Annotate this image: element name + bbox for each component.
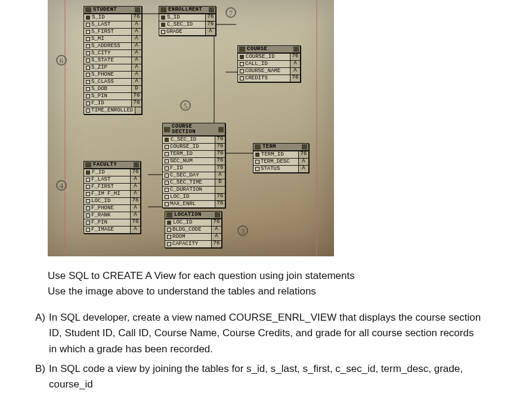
table-field: COURSE_ID76	[238, 53, 300, 60]
field-name: S_CLASS	[91, 79, 114, 85]
table-field: CAPACITY76	[165, 240, 221, 247]
field-name: F_PIN	[91, 220, 107, 225]
field-type: 76	[215, 165, 225, 172]
field-type: A	[212, 234, 221, 240]
checkbox-icon	[240, 62, 244, 66]
key-icon	[255, 153, 259, 157]
checkbox-icon	[86, 108, 90, 113]
checkbox-icon	[240, 69, 244, 73]
key-icon	[240, 55, 244, 59]
field-name: F_LAST	[91, 177, 110, 182]
checkbox-icon	[167, 235, 171, 239]
field-type: A	[131, 227, 140, 233]
table-field: F_IM F_MIA	[84, 190, 140, 197]
table-field: C_SEC_TIMED	[163, 179, 225, 186]
table-field: COURSE_NAMEA	[238, 67, 300, 75]
checkbox-icon	[86, 206, 90, 210]
checkbox-icon	[86, 213, 90, 218]
checkbox-icon	[86, 178, 90, 182]
table-field: C_DURATION	[163, 186, 225, 193]
field-name: S_LAST	[91, 22, 110, 27]
field-name: COURSE_NAME	[245, 69, 280, 74]
field-type: A	[132, 72, 141, 78]
checkbox-icon	[86, 94, 90, 98]
field-type	[135, 107, 141, 114]
checkbox-icon	[86, 228, 90, 232]
er-diagram-photo: 6 4 5 3 7 STUDENT S_ID76S_LASTAS_FIRSTAS…	[48, 0, 334, 256]
key-icon	[86, 170, 90, 175]
checkbox-icon	[240, 76, 244, 80]
field-type: A	[290, 61, 300, 67]
table-field: S_ID76	[159, 14, 215, 21]
table-field: F_RANKA	[84, 212, 140, 219]
field-name: COURSE_ID	[246, 54, 275, 60]
instruction-line: Use SQL to CREATE A View for each questi…	[48, 268, 489, 284]
field-name: TERM_ID	[261, 152, 284, 157]
table-field: BLDG_CODEA	[165, 226, 221, 233]
field-type: 76	[131, 198, 140, 204]
table-field: TERM_DESCA	[253, 158, 308, 165]
field-name: CAPACITY	[172, 241, 198, 247]
checkbox-icon	[86, 44, 90, 48]
key-icon	[86, 15, 90, 20]
field-type: 76	[215, 151, 225, 157]
field-type: A	[131, 205, 140, 212]
checkbox-icon	[86, 221, 90, 225]
field-name: F_ID	[170, 166, 183, 171]
checkbox-icon	[165, 152, 169, 156]
table-field: LOC_ID76	[165, 219, 221, 226]
field-type: 76	[212, 219, 221, 226]
table-field: F_ID76	[163, 165, 225, 172]
field-name: TERM_ID	[170, 151, 193, 157]
field-type: 76	[131, 219, 140, 226]
field-type: A	[215, 172, 225, 179]
field-name: S_PIN	[91, 94, 107, 99]
checkbox-icon	[165, 173, 169, 178]
field-name: LOC_ID	[91, 199, 110, 204]
field-name: SEC_NUM	[170, 159, 193, 164]
field-type: A	[131, 212, 140, 219]
question-line: In SQL developer, create a view named CO…	[49, 312, 481, 323]
table-title: LOCATION	[174, 212, 214, 218]
field-type: 76	[131, 169, 140, 176]
table-field: COURSE_ID76	[163, 143, 225, 150]
question-line: course_id	[49, 377, 512, 392]
checkbox-icon	[255, 160, 259, 164]
field-name: BLDG_CODE	[172, 227, 202, 232]
field-type: A	[212, 227, 221, 233]
checkbox-icon	[165, 159, 169, 163]
annotation-6: 6	[56, 55, 67, 66]
field-name: S_ADDRESS	[91, 44, 120, 49]
instruction-line: Use the image above to understand the ta…	[48, 284, 489, 299]
btn-icon	[135, 7, 140, 13]
field-name: F_PHONE	[91, 206, 114, 211]
checkbox-icon	[86, 66, 90, 70]
table-field: SEC_NUM76	[163, 157, 225, 165]
table-field: S_ID76	[84, 14, 141, 21]
table-title: STUDENT	[93, 7, 134, 13]
checkbox-icon	[86, 23, 90, 27]
table-field: CREDITS76	[238, 75, 300, 82]
field-name: S_MI	[91, 36, 104, 42]
field-name: C_SEC_ID	[171, 137, 196, 142]
field-name: LOC_ID	[173, 220, 192, 225]
field-type: A	[290, 68, 300, 75]
field-type: 76	[299, 151, 308, 158]
field-name: S_CITY	[91, 51, 110, 56]
table-field: GRADEA	[159, 28, 215, 35]
checkbox-icon	[86, 192, 90, 196]
checkbox-icon	[165, 166, 169, 170]
field-type: A	[132, 64, 141, 71]
table-field: S_PIN76	[84, 92, 141, 100]
field-name: F_ID	[92, 170, 105, 175]
field-type: 76	[132, 93, 141, 100]
field-name: COURSE_ID	[170, 144, 199, 150]
checkbox-icon	[86, 80, 90, 84]
table-field: S_LASTA	[84, 21, 141, 28]
checkbox-icon	[165, 195, 169, 199]
checkbox-icon	[86, 199, 90, 203]
table-field: C_SEC_ID76	[159, 21, 215, 28]
key-icon	[165, 138, 169, 142]
field-name: C_SEC_TIME	[170, 180, 202, 185]
table-field: STATUSA	[253, 165, 308, 172]
